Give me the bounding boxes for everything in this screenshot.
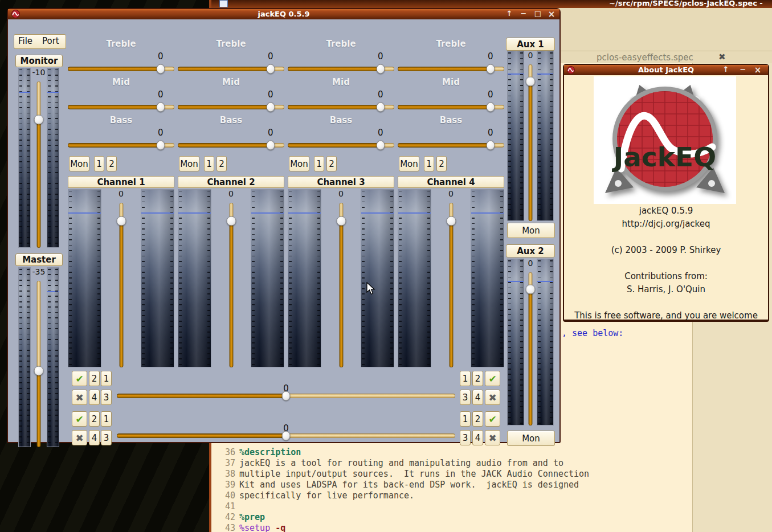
maximize-button[interactable]: □ bbox=[532, 9, 544, 19]
route-target-button[interactable]: 2 bbox=[89, 371, 100, 386]
close-button[interactable]: × bbox=[546, 9, 557, 19]
slider-handle[interactable] bbox=[486, 64, 495, 74]
channel-header-button[interactable]: Channel 2 bbox=[178, 176, 284, 188]
eq-treble-slider[interactable] bbox=[288, 63, 394, 75]
route-target-button[interactable]: 2 bbox=[89, 411, 100, 427]
eq-treble-slider[interactable] bbox=[398, 63, 504, 75]
route-target-button[interactable]: 3 bbox=[101, 430, 112, 445]
channel-1-button[interactable]: 1 bbox=[94, 156, 104, 171]
route-target-button[interactable]: 3 bbox=[460, 390, 471, 405]
master-fader-slider[interactable] bbox=[31, 281, 47, 447]
channel-header-button[interactable]: Channel 1 bbox=[68, 176, 174, 188]
channel-mon-button[interactable]: Mon bbox=[69, 156, 89, 171]
eq-treble-slider[interactable] bbox=[178, 63, 284, 75]
menu-file[interactable]: File bbox=[18, 36, 32, 46]
slider-handle[interactable] bbox=[446, 216, 456, 226]
close-button[interactable]: × bbox=[752, 65, 763, 75]
route-target-button[interactable]: 3 bbox=[101, 390, 112, 405]
eq-mid-slider[interactable] bbox=[68, 101, 174, 113]
eq-mid-slider[interactable] bbox=[178, 101, 284, 113]
route-disable-button[interactable]: ✖ bbox=[72, 390, 87, 405]
route-target-button[interactable]: 1 bbox=[101, 411, 112, 427]
tab-close-icon[interactable]: ✖ bbox=[718, 52, 726, 62]
route-disable-button[interactable]: ✖ bbox=[485, 430, 500, 445]
channel-2-button[interactable]: 2 bbox=[217, 156, 227, 171]
eq-mid-slider[interactable] bbox=[288, 101, 394, 113]
slider-handle[interactable] bbox=[34, 115, 44, 125]
editor-titlebar[interactable]: ~/src/rpm/SPECS/pclos-JackEQ.spec - bbox=[211, 0, 772, 8]
channel-fader-slider[interactable] bbox=[211, 203, 251, 367]
about-titlebar[interactable]: About JackEQ ↑ − × bbox=[564, 65, 768, 75]
route-target-button[interactable]: 4 bbox=[472, 390, 483, 405]
crossfader[interactable]: 0 bbox=[117, 390, 455, 402]
minimize-button[interactable]: − bbox=[518, 9, 529, 19]
channel-1-button[interactable]: 1 bbox=[424, 156, 434, 171]
crossfader[interactable]: 0 bbox=[117, 429, 455, 442]
slider-handle[interactable] bbox=[116, 216, 126, 226]
route-enable-button[interactable]: ✔ bbox=[72, 411, 87, 427]
route-target-button[interactable]: 4 bbox=[89, 430, 100, 445]
aux1-fader-slider[interactable] bbox=[524, 64, 537, 221]
slider-handle[interactable] bbox=[156, 141, 165, 150]
editor-tab[interactable]: pclos-easyeffects.spec bbox=[597, 52, 693, 63]
eq-bass-slider[interactable] bbox=[398, 139, 504, 152]
aux2-mon-button[interactable]: Mon bbox=[507, 431, 555, 446]
master-label-button[interactable]: Master bbox=[15, 253, 63, 266]
channel-1-button[interactable]: 1 bbox=[204, 156, 214, 171]
eq-bass-slider[interactable] bbox=[178, 139, 284, 152]
slider-handle[interactable] bbox=[156, 64, 165, 74]
route-disable-button[interactable]: ✖ bbox=[485, 390, 500, 405]
slider-handle[interactable] bbox=[486, 141, 495, 150]
route-disable-button[interactable]: ✖ bbox=[72, 430, 87, 445]
slider-handle[interactable] bbox=[156, 103, 165, 112]
route-enable-button[interactable]: ✔ bbox=[72, 371, 87, 386]
slider-handle[interactable] bbox=[282, 431, 291, 441]
aux2-fader-slider[interactable] bbox=[524, 272, 537, 425]
channel-header-button[interactable]: Channel 3 bbox=[288, 176, 394, 188]
slider-handle[interactable] bbox=[336, 216, 346, 226]
channel-mon-button[interactable]: Mon bbox=[179, 156, 199, 171]
slider-handle[interactable] bbox=[34, 366, 44, 375]
channel-mon-button[interactable]: Mon bbox=[289, 156, 309, 171]
route-target-button[interactable]: 2 bbox=[472, 371, 483, 386]
slider-handle[interactable] bbox=[226, 216, 236, 226]
monitor-fader-slider[interactable] bbox=[31, 81, 47, 248]
route-target-button[interactable]: 2 bbox=[472, 411, 483, 427]
slider-handle[interactable] bbox=[376, 64, 385, 74]
minimize-button[interactable]: − bbox=[737, 65, 749, 75]
eq-treble-slider[interactable] bbox=[68, 63, 174, 75]
slider-handle[interactable] bbox=[266, 64, 275, 74]
slider-handle[interactable] bbox=[376, 141, 385, 150]
channel-2-button[interactable]: 2 bbox=[326, 156, 337, 171]
eq-mid-slider[interactable] bbox=[398, 101, 504, 113]
aux2-header-button[interactable]: Aux 2 bbox=[506, 244, 555, 257]
jackeq-titlebar[interactable]: jackEQ 0.5.9 ↑ − □ × bbox=[8, 9, 559, 19]
eq-bass-slider[interactable] bbox=[68, 139, 174, 152]
route-target-button[interactable]: 4 bbox=[89, 390, 100, 405]
aux1-mon-button[interactable]: Mon bbox=[507, 223, 555, 238]
eq-bass-slider[interactable] bbox=[288, 139, 394, 152]
channel-fader-slider[interactable] bbox=[101, 203, 141, 367]
shade-button[interactable]: ↑ bbox=[504, 9, 515, 19]
slider-handle[interactable] bbox=[282, 391, 291, 401]
channel-2-button[interactable]: 2 bbox=[107, 156, 117, 171]
channel-header-button[interactable]: Channel 4 bbox=[398, 176, 504, 188]
route-target-button[interactable]: 1 bbox=[460, 371, 471, 386]
route-enable-button[interactable]: ✔ bbox=[485, 371, 500, 386]
route-target-button[interactable]: 1 bbox=[460, 411, 471, 427]
channel-fader-slider[interactable] bbox=[431, 203, 471, 367]
monitor-label-button[interactable]: Monitor bbox=[15, 55, 63, 67]
slider-handle[interactable] bbox=[266, 141, 275, 150]
slider-handle[interactable] bbox=[486, 103, 495, 112]
route-enable-button[interactable]: ✔ bbox=[485, 411, 500, 427]
aux1-header-button[interactable]: Aux 1 bbox=[506, 38, 555, 51]
slider-handle[interactable] bbox=[526, 284, 536, 294]
menu-port[interactable]: Port bbox=[42, 36, 59, 46]
editor-code-area[interactable]: 36%description37jackEQ is a tool for rou… bbox=[214, 447, 692, 532]
channel-1-button[interactable]: 1 bbox=[314, 156, 324, 171]
channel-2-button[interactable]: 2 bbox=[436, 156, 447, 171]
shade-button[interactable]: ↑ bbox=[720, 65, 732, 75]
slider-handle[interactable] bbox=[376, 103, 385, 112]
channel-mon-button[interactable]: Mon bbox=[399, 156, 419, 171]
slider-handle[interactable] bbox=[526, 77, 536, 87]
